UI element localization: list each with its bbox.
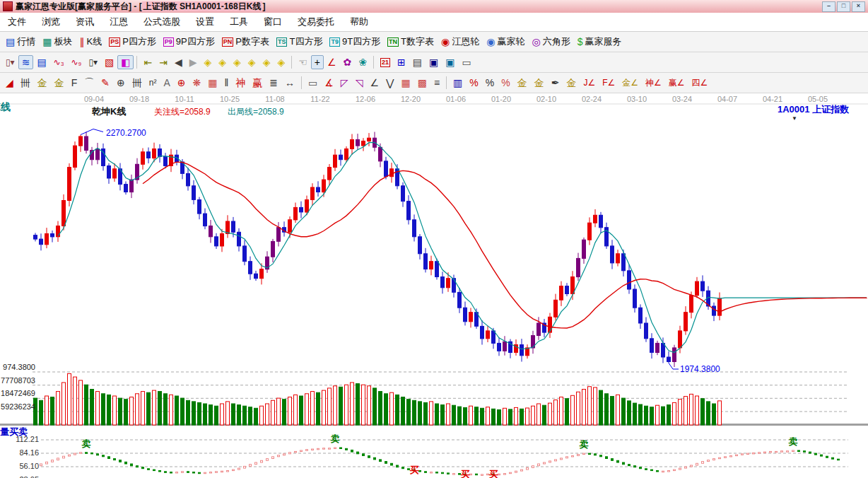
notepad-button[interactable]: ▤ [409, 55, 426, 69]
info-panel-button[interactable]: ▤ [33, 55, 49, 69]
k-marks-button[interactable]: ǁ [221, 76, 233, 90]
close-button[interactable]: × [852, 1, 865, 12]
red-grid2-button[interactable]: ▩ [414, 76, 430, 90]
j-angle-button[interactable]: J∠ [580, 76, 599, 90]
prev-bar-button[interactable]: ◀ [171, 55, 186, 69]
zoom-in-h-button[interactable]: ◈ [245, 55, 259, 69]
menu-window[interactable]: 窗口 [256, 15, 290, 29]
kline-chart[interactable]: 09-0409-1810-1110-2511-0811-2212-0612-20… [0, 93, 868, 478]
menu-browse[interactable]: 浏览 [34, 15, 68, 29]
t-number-table-button[interactable]: TNT数字表 [384, 34, 438, 49]
red-grid-button[interactable]: ▦ [397, 76, 414, 90]
gold-comb-button[interactable]: 金 [34, 76, 51, 90]
gann-wheel-button[interactable]: ◉江恩轮 [438, 34, 483, 49]
comb-button[interactable]: 卌 [129, 76, 146, 90]
cycle-shape-button[interactable]: ❀ [355, 55, 370, 69]
kline-button[interactable]: ∥K线 [76, 34, 105, 49]
print-button[interactable]: ▭ [458, 55, 474, 69]
overlay-chart-button[interactable]: ≋ [18, 55, 34, 69]
nine-p-square-button[interactable]: P99P四方形 [160, 34, 218, 49]
menu-formula-stockpick[interactable]: 公式选股 [136, 15, 188, 29]
web-button[interactable]: ❋ [189, 76, 205, 90]
minimize-button[interactable]: – [822, 1, 835, 12]
wave-v-button[interactable]: ⋁ [382, 76, 397, 90]
bar-stats-button[interactable]: ▥ [450, 76, 466, 90]
save-remote-button[interactable]: ▣ [442, 55, 458, 69]
menu-gann[interactable]: 江恩 [102, 15, 136, 29]
gann-shape-button[interactable]: ✿ [340, 55, 356, 69]
compress-all-button[interactable]: ◈ [274, 55, 288, 69]
kline-type-dropdown[interactable]: ▯▾ [2, 55, 18, 69]
f-comb-button[interactable]: F [68, 76, 81, 90]
first-page-button[interactable]: ⇤ [140, 55, 156, 69]
calculator-button[interactable]: ⊞ [394, 55, 409, 69]
calendar-button[interactable]: 21 [377, 57, 394, 69]
wave-3-button[interactable]: ∿₃ [50, 55, 68, 69]
winner-wheel-button[interactable]: ◉赢家轮 [483, 34, 528, 49]
percent-red-button[interactable]: % [466, 76, 481, 90]
f-angle-button[interactable]: F∠ [599, 76, 618, 90]
percent-line-button[interactable]: % [498, 76, 513, 90]
circle-comb-button[interactable]: ⊕ [113, 76, 129, 90]
last-page-button[interactable]: ⇥ [156, 55, 171, 69]
ink-pen-button[interactable]: ✒ [548, 76, 563, 90]
shen-angle-button[interactable]: 神∠ [642, 76, 665, 90]
single-kline-dropdown[interactable]: ▯▾ [85, 55, 101, 69]
save-button[interactable]: ▣ [426, 55, 442, 69]
rect-tool-button[interactable]: ▭ [305, 76, 321, 90]
next-bar-button[interactable]: ▶ [186, 55, 201, 69]
nine-t-square-button[interactable]: T99T四方形 [326, 34, 384, 49]
span-arrow-button[interactable]: ↔ [281, 76, 298, 90]
hexagon-button[interactable]: ◎六角形 [528, 34, 573, 49]
menu-trade-entrust[interactable]: 交易委托 [290, 15, 342, 29]
black-fan-button[interactable]: ∠ [366, 76, 382, 90]
t-square-button[interactable]: TST四方形 [273, 34, 326, 49]
gold-angle-button[interactable]: 金∠ [618, 76, 642, 90]
menu-help[interactable]: 帮助 [342, 15, 376, 29]
winner-service-button[interactable]: $赢家服务 [574, 34, 626, 49]
red-target-button[interactable]: ⊕ [174, 76, 189, 90]
ruler-123-button[interactable]: ≣ [266, 76, 281, 90]
red-pen-button[interactable]: ✎ [98, 76, 113, 90]
gann-comb-button[interactable]: 卌 [17, 76, 34, 90]
red-fan-button[interactable]: ∡ [321, 76, 337, 90]
purple-fan-box2-button[interactable]: ◹ [352, 76, 367, 90]
menu-tools[interactable]: 工具 [222, 15, 256, 29]
sectors-button[interactable]: ▦板块 [39, 34, 76, 49]
chart-area[interactable]: 09-0409-1810-1110-2511-0811-2212-0612-20… [0, 93, 868, 478]
quotes-button[interactable]: ▤行情 [2, 34, 39, 49]
purple-fan-box-button[interactable]: ◸ [337, 76, 352, 90]
brush-tool-button[interactable]: ◢ [2, 76, 17, 90]
pattern-button[interactable]: ▧ [101, 55, 117, 69]
lines-button[interactable]: ≡ [430, 76, 443, 90]
a-line-button[interactable]: A [160, 76, 173, 90]
win-angle-button[interactable]: 赢∠ [665, 76, 688, 90]
zoom-out-h-button[interactable]: ◈ [230, 55, 245, 69]
hand-tool-button[interactable]: ☜ [295, 55, 311, 69]
web-grid-button[interactable]: ▦ [204, 76, 221, 90]
expand-all-button[interactable]: ◈ [259, 55, 274, 69]
gann-shape-button-icon: ✿ [344, 57, 352, 68]
shen-comb-button[interactable]: 神 [232, 76, 249, 90]
menu-file[interactable]: 文件 [0, 15, 34, 29]
gold-circle-button[interactable]: 金 [514, 76, 531, 90]
win-comb-button[interactable]: 赢 [249, 76, 266, 90]
profile-button[interactable]: ◧ [117, 55, 134, 69]
shift-left-button[interactable]: ◈ [201, 55, 216, 69]
gold-comb2-button[interactable]: 金 [51, 76, 68, 90]
menu-settings[interactable]: 设置 [188, 15, 222, 29]
percent-button[interactable]: % [482, 76, 498, 90]
four-angle-button[interactable]: 四∠ [688, 76, 712, 90]
angle-measure-button[interactable]: ∠ [324, 55, 340, 69]
spiral-button[interactable]: ⌒ [81, 76, 98, 90]
maximize-button[interactable]: □ [837, 1, 850, 12]
n-squared-button[interactable]: n² [146, 76, 160, 90]
shift-right-button[interactable]: ◈ [215, 55, 230, 69]
p-number-table-button[interactable]: PNP数字表 [218, 34, 273, 49]
menu-news[interactable]: 资讯 [68, 15, 102, 29]
gold-line-button[interactable]: 金 [531, 76, 548, 90]
gold-wave-button[interactable]: 金 [563, 76, 580, 90]
p-square-button[interactable]: PSP四方形 [105, 34, 160, 49]
wave-9-button[interactable]: ∿₉ [68, 55, 86, 69]
crosshair-tool-button[interactable]: + [311, 55, 324, 69]
